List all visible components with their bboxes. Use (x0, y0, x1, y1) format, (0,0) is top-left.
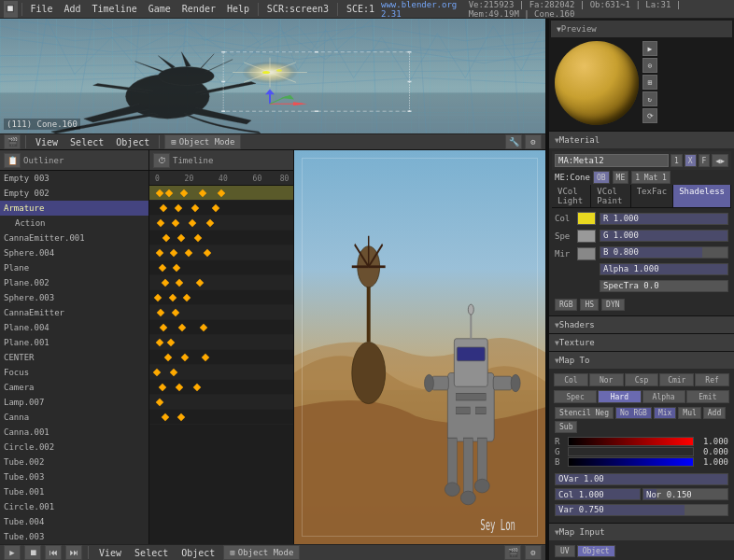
outliner-item-sphere004[interactable]: Sphere.004 (0, 245, 148, 260)
outliner-item-cannaemitter001[interactable]: CannaEmitter.001 (0, 231, 148, 245)
play-btn[interactable]: ▶ (4, 545, 21, 560)
hs-btn[interactable]: HS (580, 299, 599, 311)
mir-swatch[interactable] (577, 247, 596, 260)
mat-f-btn[interactable]: F (699, 154, 711, 167)
mat-count-btn[interactable]: 1 Mat 1 (631, 171, 670, 184)
col-swatch[interactable] (577, 212, 596, 225)
track-14[interactable] (149, 380, 293, 395)
outliner-item-canna001[interactable]: Canna.001 (0, 425, 148, 440)
camera-viewport[interactable]: Sey Lon (293, 150, 545, 544)
tab-shadeless[interactable]: Shadeless (673, 185, 731, 207)
outliner-item-empty002[interactable]: Empty 002 (0, 186, 148, 201)
outliner-item-circle002[interactable]: Circle.002 (0, 440, 148, 455)
mtt-csp[interactable]: Csp (625, 373, 659, 386)
track-4[interactable] (149, 231, 293, 245)
prev-btn[interactable]: ⏮ (45, 545, 62, 560)
menu-file[interactable]: File (25, 2, 57, 16)
ovar-bar[interactable]: OVar 1.00 (555, 473, 728, 485)
mtt-col[interactable]: Col (554, 373, 588, 386)
b-track[interactable] (568, 457, 694, 467)
menu-help[interactable]: Help (222, 2, 254, 16)
outliner-item-tube003b[interactable]: Tube.003 (0, 529, 148, 544)
track-3[interactable] (149, 216, 293, 231)
mat-id-btn[interactable]: 1 (670, 154, 683, 167)
outliner-item-camera[interactable]: Camera (0, 380, 148, 395)
preview-btn-5[interactable]: ⟳ (642, 108, 657, 123)
mtt-hard[interactable]: Hard (598, 390, 641, 403)
map-to-header[interactable]: Map To (549, 352, 734, 369)
outliner-item-plane002[interactable]: Plane.002 (0, 275, 148, 290)
bb-mode-btn[interactable]: ⊞ Object Mode (223, 545, 300, 560)
spe-swatch[interactable] (577, 230, 596, 243)
b-value-bar[interactable]: B 0.800 (600, 246, 728, 259)
r-value-bar[interactable]: R 1.000 (600, 213, 728, 225)
material-name-field[interactable]: MA:Metal2 (555, 154, 669, 167)
bb-view[interactable]: View (94, 546, 126, 560)
var-bar[interactable]: Var 0.750 (555, 504, 728, 516)
alpha-bar[interactable]: Alpha 1.000 (600, 263, 728, 275)
stop-btn[interactable]: ⏹ (24, 545, 41, 560)
track-9[interactable] (149, 305, 293, 320)
g-value-bar[interactable]: G 1.000 (600, 230, 728, 242)
mat-x-btn[interactable]: X (685, 154, 697, 167)
track-5[interactable] (149, 245, 293, 260)
texture-header[interactable]: Texture (549, 334, 734, 351)
add-btn[interactable]: Add (703, 407, 726, 419)
menu-timeline[interactable]: Timeline (88, 2, 142, 16)
outliner-item-lamp007[interactable]: Lamp.007 (0, 395, 148, 410)
track-12[interactable] (149, 350, 293, 365)
screen-selector[interactable]: SCR:screen3 (262, 2, 333, 16)
outliner-item-sphere003[interactable]: Sphere.003 (0, 290, 148, 305)
outliner-item-tube003[interactable]: Tube.003 (0, 469, 148, 484)
mtt-cmir[interactable]: Cmir (659, 373, 694, 386)
blender-url[interactable]: www.blender.org 2.31 (381, 0, 463, 19)
bb-icon2[interactable]: ⚙ (525, 545, 542, 560)
bb-select[interactable]: Select (130, 546, 173, 560)
outliner-item-tube001[interactable]: Tube.001 (0, 484, 148, 499)
tab-vcol-paint[interactable]: VCol Paint (591, 185, 630, 207)
preview-btn-1[interactable]: ▶ (642, 41, 657, 56)
me-btn[interactable]: ME (613, 171, 629, 184)
menu-add[interactable]: Add (60, 2, 86, 16)
track-11[interactable] (149, 335, 293, 350)
stencil-neg-btn[interactable]: Stencil Neg (555, 407, 614, 419)
mix-btn[interactable]: Mix (654, 407, 676, 419)
shaders-header[interactable]: Shaders (549, 316, 734, 333)
track-2[interactable] (149, 201, 293, 216)
outliner-item-plane[interactable]: Plane (0, 260, 148, 275)
mtt-spec[interactable]: Spec (554, 390, 597, 403)
g-track[interactable] (568, 447, 694, 456)
mul-btn[interactable]: Mul (678, 407, 700, 419)
preview-btn-2[interactable]: ⊙ (642, 58, 657, 73)
ob-btn[interactable]: OB (593, 171, 610, 184)
track-16[interactable] (149, 410, 293, 425)
track-15[interactable] (149, 395, 293, 410)
mtt-ref[interactable]: Ref (695, 373, 729, 386)
view3d-icon[interactable]: 🎬 (4, 134, 21, 149)
viewport-3d[interactable]: (111) Cone.160 (0, 19, 545, 133)
mtt-alpha[interactable]: Alpha (642, 390, 685, 403)
dyn-btn[interactable]: DYN (601, 299, 624, 311)
snap-btn[interactable]: 🔧 (505, 134, 522, 149)
track-7[interactable] (149, 275, 293, 290)
track-8[interactable] (149, 290, 293, 305)
outliner-item-empty003[interactable]: Empty 003 (0, 171, 148, 186)
outliner-item-plane001[interactable]: Plane.001 (0, 335, 148, 350)
outliner-item-tube004[interactable]: Tube.004 (0, 514, 148, 529)
track-6[interactable] (149, 260, 293, 275)
mtt-nor[interactable]: Nor (589, 373, 624, 386)
preview-header[interactable]: Preview (551, 21, 732, 37)
menu-game[interactable]: Game (144, 2, 176, 16)
mtt-emit[interactable]: Emit (686, 390, 729, 403)
outliner-item-canna[interactable]: Canna (0, 410, 148, 425)
mit-uv[interactable]: UV (555, 545, 575, 557)
no-rgb-btn[interactable]: No RGB (615, 407, 652, 419)
mit-object[interactable]: Object (577, 545, 615, 557)
outliner-item-action[interactable]: Action (0, 216, 148, 231)
outliner-item-center[interactable]: CENTER (0, 350, 148, 365)
r-track[interactable] (568, 437, 694, 446)
bb-icon1[interactable]: 🎬 (504, 545, 521, 560)
sub-btn[interactable]: Sub (555, 421, 577, 433)
track-10[interactable] (149, 320, 293, 335)
outliner-icon[interactable]: 📋 (4, 153, 21, 168)
